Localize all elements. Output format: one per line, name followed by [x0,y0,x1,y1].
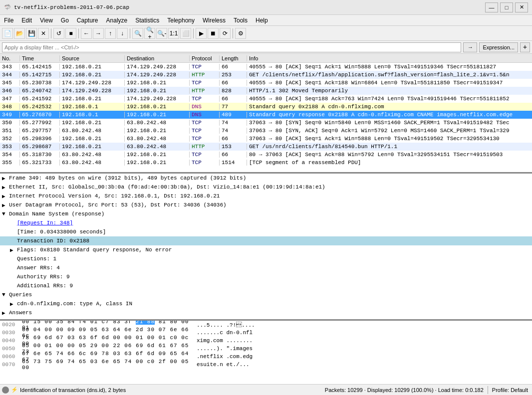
cell-len: 74 [220,120,247,126]
cell-info: Standard query response 0x2188 A cdn-0.n… [247,112,532,118]
cell-dst: 192.168.0.21 [125,128,190,134]
toolbar-back-btn[interactable]: ← [81,28,92,39]
toolbar-zoom100-btn[interactable]: 1:1 [168,28,179,39]
toolbar-save-btn[interactable]: 💾 [26,28,37,39]
toolbar-zoomin-btn[interactable]: 🔍+ [144,28,155,39]
titlebar-left: 🦈 tv-netflix-problems-2011-07-06.pcap [4,4,129,10]
filter-input[interactable] [2,42,461,52]
detail-row[interactable]: ▶ Answers [0,308,532,317]
toolbar-goto-btn[interactable]: ↑ [105,28,116,39]
toolbar-stop-btn[interactable]: ■ [65,28,76,39]
expand-icon[interactable]: ▶ [2,310,9,316]
toolbar-close-btn[interactable]: ✕ [38,28,49,39]
detail-row[interactable]: ▼ Queries [0,290,532,299]
toolbar-capture-restart-btn[interactable]: ⟳ [220,28,231,39]
detail-text: Authority RRs: 9 [17,274,70,280]
detail-row[interactable]: ▼ Domain Name System (response) [0,209,532,218]
toolbar-capture-opts-btn[interactable]: ⚙ [235,28,246,39]
hex-ascii: ......). ".images [197,346,532,352]
table-row[interactable]: 345 65.230738 174.129.249.228 192.168.0.… [0,79,532,87]
detail-row[interactable]: ▶ Flags: 0x8180 Standard query response,… [0,245,532,254]
table-row[interactable]: 353 65.298687 192.168.0.21 63.80.242.48 … [0,143,532,151]
detail-row[interactable]: ▶ cdn-0.nflximg.com: type A, class IN [0,299,532,308]
cell-time: 65.298396 [20,136,60,142]
expand-icon[interactable]: ▶ [2,202,9,208]
detail-row[interactable]: ▶ Frame 349: 489 bytes on wire (3912 bit… [0,174,532,183]
table-row[interactable]: 348 65.242532 192.168.0.1 192.168.0.21 D… [0,103,532,111]
collapse-icon[interactable]: ▼ [2,211,9,217]
detail-row[interactable]: ▶ Internet Protocol Version 4, Src: 192.… [0,192,532,200]
hex-row: 0070 65 73 75 69 74 65 03 6e 65 74 00 c0… [0,361,532,369]
detail-row[interactable]: ▶ Authoritative nameservers [0,317,532,321]
minimize-button[interactable]: — [485,2,498,12]
cell-info: 40555 → 80 [ACK] Seq=1 Ack=1 Win=5888 Le… [247,64,532,70]
filter-apply-button[interactable]: → [463,42,477,52]
detail-row[interactable]: [Request In: 348] [0,218,532,227]
cell-dst: 192.168.0.21 [125,112,190,118]
expand-icon[interactable]: ▶ [2,175,9,182]
menu-item-telephony[interactable]: Telephony [163,16,199,25]
menu-item-view[interactable]: View [36,16,57,25]
detail-text: Domain Name System (response) [9,211,104,217]
detail-row: Answer RRs: 4 [0,263,532,272]
detail-row[interactable]: ▶ User Datagram Protocol, Src Port: 53 (… [0,200,532,209]
toolbar-capture-stop-btn[interactable]: ⏹ [208,28,219,39]
cell-src: 63.80.242.48 [60,160,125,166]
detail-row: Authority RRs: 9 [0,272,532,281]
table-row[interactable]: 355 65.321733 63.80.242.48 192.168.0.21 … [0,159,532,167]
table-row[interactable]: 344 65.142715 192.168.0.21 174.129.249.2… [0,71,532,79]
toolbar-sep4 [193,28,194,38]
add-filter-button[interactable]: + [520,42,530,52]
expand-icon[interactable]: ▶ [10,247,17,253]
menu-item-go[interactable]: Go [57,16,73,25]
col-header-len: Length [220,55,247,61]
collapse-icon[interactable]: ▼ [2,292,9,298]
toolbar-reload-btn[interactable]: ↺ [53,28,64,39]
packet-list-body[interactable]: 343 65.142415 192.168.0.21 174.129.249.2… [0,63,532,174]
detail-text: Answer RRs: 4 [17,265,60,271]
menu-item-statistics[interactable]: Statistics [131,16,163,25]
toolbar-find-btn[interactable]: 🔍 [132,28,143,39]
table-row[interactable]: 352 65.298396 192.168.0.21 63.80.242.48 … [0,135,532,143]
toolbar-gotob-btn[interactable]: ↓ [117,28,128,39]
menu-item-analyze[interactable]: Analyze [102,16,132,25]
table-row[interactable]: 349 65.276870 192.168.0.1 192.168.0.21 D… [0,111,532,119]
cell-src: 192.168.0.21 [60,96,125,102]
table-row[interactable]: 343 65.142415 192.168.0.21 174.129.249.2… [0,63,532,71]
table-row[interactable]: 350 65.277992 192.168.0.21 63.80.242.48 … [0,119,532,127]
hex-ascii: ximg.com ........ [197,338,532,344]
cell-info: HTTP/1.1 302 Moved Temporarily [247,88,532,94]
table-row[interactable]: 354 65.318730 63.80.242.48 192.168.0.21 … [0,151,532,159]
cell-info: 37063 → 80 [SYN, ACK] Seq=0 Ack=1 Win=57… [247,128,532,134]
table-row[interactable]: 351 65.297757 63.80.242.48 192.168.0.21 … [0,127,532,135]
status-right: Packets: 10299 · Displayed: 10299 (100.0… [325,386,530,394]
detail-row: Questions: 1 [0,254,532,263]
toolbar-fwd-btn[interactable]: → [93,28,104,39]
menu-item-edit[interactable]: Edit [17,16,36,25]
menu-item-tools[interactable]: Tools [230,16,252,25]
expand-icon[interactable]: ▶ [2,193,9,199]
cell-proto: TCP [190,160,220,166]
expand-icon[interactable]: ▶ [10,301,17,307]
menu-item-capture[interactable]: Capture [73,16,102,25]
cell-time: 65.241592 [20,96,60,102]
menu-item-help[interactable]: Help [252,16,272,25]
status-text: Identification of transaction (dns.id), … [20,387,126,393]
toolbar-capture-start-btn[interactable]: ▶ [196,28,207,39]
expression-button[interactable]: Expression... [479,42,518,52]
toolbar-resize-btn[interactable]: ⬜ [180,28,191,39]
table-row[interactable]: 347 65.241592 192.168.0.21 174.129.249.2… [0,95,532,103]
detail-row[interactable]: ▶ Ethernet II, Src: Globalsc_00:3b:0a (f… [0,183,532,192]
toolbar-new-btn[interactable]: 📄 [2,28,13,39]
close-button[interactable]: ✕ [515,2,528,12]
toolbar-open-btn[interactable]: 📂 [14,28,25,39]
menu-item-wireless[interactable]: Wireless [199,16,230,25]
detail-text: Transaction ID: 0x2188 [17,238,89,244]
expand-icon[interactable]: ▶ [2,184,9,191]
maximize-button[interactable]: □ [500,2,513,12]
toolbar-zoomout-btn[interactable]: 🔍- [156,28,167,39]
cell-time: 65.277992 [20,120,60,126]
packet-list-header: No. Time Source Destination Protocol Len… [0,54,532,63]
table-row[interactable]: 346 65.240742 174.129.249.228 192.168.0.… [0,87,532,95]
menu-item-file[interactable]: File [0,16,17,25]
